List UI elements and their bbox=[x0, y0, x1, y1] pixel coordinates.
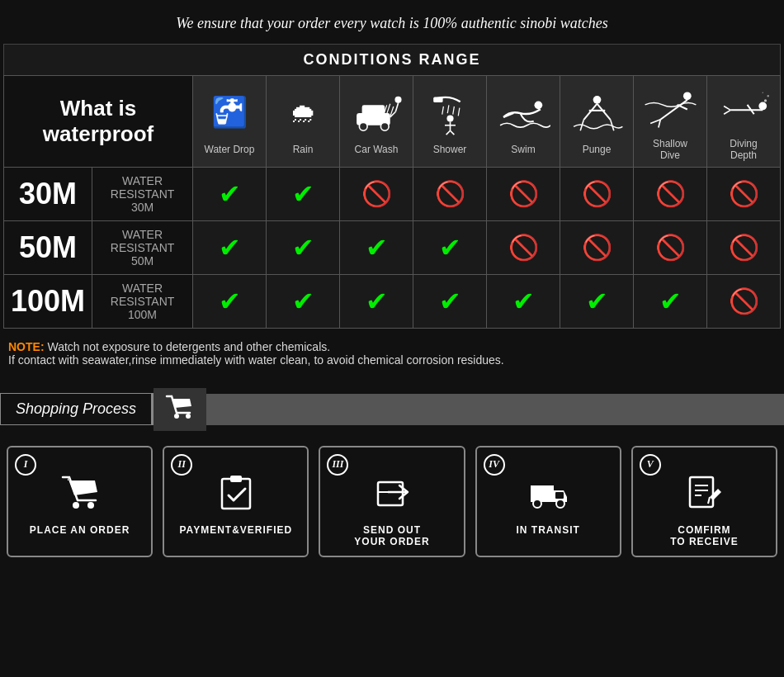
svg-point-35 bbox=[763, 99, 766, 102]
svg-point-8 bbox=[380, 123, 389, 131]
shopping-bar-divider bbox=[206, 394, 784, 425]
cell-100m-carwash: ✔ bbox=[340, 274, 413, 328]
cell-50m-shallow: 🚫 bbox=[634, 220, 707, 274]
label-swim: Swim bbox=[490, 144, 556, 155]
cell-30m-diving: 🚫 bbox=[707, 167, 781, 220]
step-confirm: V COMFIRM TO RECEIVE bbox=[631, 446, 777, 557]
shopping-header: Shopping Process bbox=[0, 388, 784, 431]
condition-punge: Punge bbox=[560, 76, 634, 168]
label-shallow-dive: ShallowDive bbox=[637, 138, 703, 162]
svg-rect-43 bbox=[230, 476, 242, 482]
svg-point-40 bbox=[73, 502, 79, 509]
cell-100m-shallow: ✔ bbox=[634, 274, 707, 328]
svg-point-9 bbox=[394, 97, 401, 103]
desc-50m: WATER RESISTANT 50M bbox=[111, 228, 175, 267]
level-100m: 100M bbox=[11, 284, 85, 318]
label-shower: Shower bbox=[417, 144, 483, 155]
cell-50m-shower: ✔ bbox=[413, 220, 487, 274]
svg-point-27 bbox=[534, 102, 542, 110]
cell-30m-carwash: 🚫 bbox=[340, 167, 413, 220]
step-label-1: PLACE AN ORDER bbox=[30, 524, 130, 536]
step-label-3: SEND OUT YOUR ORDER bbox=[354, 524, 429, 547]
cell-50m-carwash: ✔ bbox=[340, 220, 413, 274]
cell-30m-punge: 🚫 bbox=[560, 167, 634, 220]
step-num-2: II bbox=[171, 454, 192, 476]
cell-50m-waterdrop: ✔ bbox=[193, 220, 267, 274]
header-text: We ensure that your order every watch is… bbox=[0, 0, 784, 44]
svg-point-36 bbox=[767, 95, 768, 97]
svg-line-54 bbox=[708, 497, 710, 504]
waterproof-table: What is waterproof 🚰 Water Drop bbox=[3, 75, 781, 329]
svg-text:🚰: 🚰 bbox=[211, 94, 248, 130]
svg-point-7 bbox=[359, 123, 367, 131]
desc-30m: WATER RESISTANT 30M bbox=[111, 174, 175, 214]
cell-30m-rain: ✔ bbox=[267, 167, 340, 220]
condition-water-drop: 🚰 Water Drop bbox=[193, 76, 267, 168]
condition-rain: 🌧 Rain bbox=[267, 76, 340, 168]
label-punge: Punge bbox=[564, 144, 630, 155]
label-car-wash: Car Wash bbox=[343, 144, 409, 155]
confirm-icon bbox=[683, 474, 725, 518]
cell-30m-waterdrop: ✔ bbox=[193, 167, 267, 220]
svg-point-30 bbox=[593, 96, 601, 104]
step-num-1: I bbox=[15, 454, 36, 476]
payment-icon bbox=[215, 474, 257, 518]
condition-shower: Shower bbox=[413, 76, 487, 168]
svg-point-32 bbox=[682, 92, 691, 100]
cell-30m-swim: 🚫 bbox=[487, 167, 560, 220]
step-num-5: V bbox=[640, 454, 661, 476]
cell-100m-punge: ✔ bbox=[560, 274, 634, 328]
svg-point-47 bbox=[533, 499, 541, 508]
step-label-2: PAYMENT&VERIFIED bbox=[179, 524, 292, 536]
svg-point-37 bbox=[762, 92, 763, 93]
step-label-4: IN TRANSIT bbox=[517, 524, 580, 536]
cell-50m-punge: 🚫 bbox=[560, 220, 634, 274]
svg-point-38 bbox=[174, 414, 179, 419]
svg-text:🌧: 🌧 bbox=[290, 98, 317, 128]
what-is-waterproof-label: What is waterproof bbox=[43, 96, 153, 146]
step-send-out: III SEND OUT YOUR ORDER bbox=[319, 446, 465, 557]
table-row-100m: 100M WATER RESISTANT 100M ✔ ✔ ✔ ✔ ✔ ✔ ✔ … bbox=[4, 274, 781, 328]
waterproof-section: CONDITIONS RANGE What is waterproof 🚰 bbox=[3, 44, 781, 329]
table-row-30m: 30M WATER RESISTANT 30M ✔ ✔ 🚫 🚫 🚫 🚫 🚫 🚫 bbox=[4, 167, 781, 220]
conditions-title: CONDITIONS RANGE bbox=[3, 44, 781, 75]
shopping-cart-icon bbox=[153, 388, 206, 431]
cell-50m-swim: 🚫 bbox=[487, 220, 560, 274]
label-rain: Rain bbox=[270, 144, 336, 155]
condition-shallow-dive: ShallowDive bbox=[634, 76, 707, 168]
transit-icon bbox=[527, 474, 569, 518]
cell-30m-shallow: 🚫 bbox=[634, 167, 707, 220]
cell-50m-diving: 🚫 bbox=[707, 220, 781, 274]
svg-point-41 bbox=[87, 502, 94, 509]
table-row-50m: 50M WATER RESISTANT 50M ✔ ✔ ✔ ✔ 🚫 🚫 🚫 🚫 bbox=[4, 220, 781, 274]
send-out-icon bbox=[371, 474, 413, 518]
cell-100m-swim: ✔ bbox=[487, 274, 560, 328]
svg-point-39 bbox=[186, 414, 191, 419]
level-50m: 50M bbox=[19, 230, 77, 264]
svg-rect-16 bbox=[433, 97, 442, 103]
svg-point-21 bbox=[446, 116, 453, 122]
step-place-order: I PLACE AN ORDER bbox=[7, 446, 153, 557]
cell-100m-shower: ✔ bbox=[413, 274, 487, 328]
step-label-5: COMFIRM TO RECEIVE bbox=[670, 524, 738, 547]
label-water-drop: Water Drop bbox=[196, 144, 262, 155]
condition-diving-depth: DivingDepth bbox=[707, 76, 781, 168]
note-line2: If contact with seawater,rinse immediate… bbox=[8, 353, 776, 367]
place-order-icon bbox=[59, 474, 101, 518]
step-in-transit: IV IN TRANSIT bbox=[475, 446, 621, 557]
step-num-3: III bbox=[327, 454, 348, 476]
desc-100m: WATER RESISTANT 100M bbox=[111, 282, 175, 321]
note-section: NOTE: Watch not exposure to detergents a… bbox=[0, 329, 784, 372]
step-num-4: IV bbox=[484, 454, 505, 476]
note-line1: NOTE: Watch not exposure to detergents a… bbox=[8, 340, 776, 353]
svg-rect-42 bbox=[222, 479, 250, 509]
condition-swim: Swim bbox=[487, 76, 560, 168]
svg-point-34 bbox=[758, 102, 767, 111]
svg-rect-6 bbox=[361, 106, 385, 116]
label-diving-depth: DivingDepth bbox=[711, 138, 777, 162]
cell-50m-rain: ✔ bbox=[267, 220, 340, 274]
level-30m: 30M bbox=[19, 177, 77, 211]
svg-rect-50 bbox=[690, 477, 713, 507]
shopping-process-title: Shopping Process bbox=[0, 393, 153, 425]
note-label: NOTE: bbox=[8, 340, 45, 353]
